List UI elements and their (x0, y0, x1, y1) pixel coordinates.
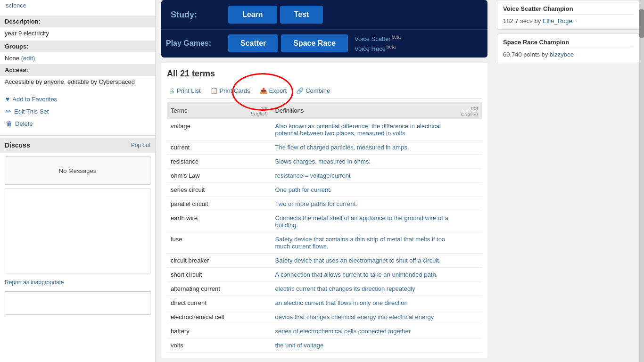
def-not-english (453, 253, 482, 267)
discuss-area[interactable] (5, 189, 150, 273)
table-row: volts the unit of voltage (167, 338, 482, 352)
term-not-english (242, 253, 272, 267)
def-not-english (453, 296, 482, 310)
groups-value: None (edit) (0, 52, 155, 64)
add-to-favorites-button[interactable]: ♥ Add to Favorites (5, 93, 150, 105)
definition-cell: Also known as potential difference, the … (272, 119, 453, 140)
combine-icon: 🔗 (296, 87, 304, 94)
term-cell: short circuit (167, 267, 242, 281)
def-not-english (453, 168, 482, 182)
edit-this-set-button[interactable]: ✏ Edit This Set (5, 105, 150, 117)
voice-scatter-score: 182.7 secs by Ellie_Roger (503, 17, 633, 25)
definition-cell: Two or more paths for current. (272, 197, 453, 211)
science-breadcrumb[interactable]: science (6, 2, 26, 9)
discuss-title: Discuss (5, 141, 30, 149)
term-not-english (242, 324, 272, 338)
table-row: electrochemical cell device that changes… (167, 310, 482, 324)
definition-cell: the unit of voltage (272, 338, 453, 352)
space-race-score: 60,740 points by bizzybee (503, 51, 633, 58)
term-cell: alternating current (167, 281, 242, 296)
scatter-button[interactable]: Scatter (228, 34, 278, 52)
heart-icon: ♥ (6, 95, 9, 103)
study-panel: Study: Learn Test Play Games: Scatter Sp… (161, 0, 487, 58)
no-messages: No Messages (5, 156, 150, 185)
access-value: Accessible by anyone, editable by Cybers… (0, 76, 155, 89)
col-terms: Terms (167, 102, 242, 119)
print-cards-icon: 📋 (210, 87, 218, 94)
def-not-english (453, 281, 482, 296)
def-not-english (453, 182, 482, 197)
description-label: Description: (0, 16, 155, 27)
terms-table: Terms not English Definitions not Englis… (167, 102, 482, 353)
definition-cell: device that changes chemical energy into… (272, 310, 453, 324)
term-cell: current (167, 140, 242, 154)
def-not-english (453, 197, 482, 211)
report-inappropriate-link[interactable]: Report as inappropriate (0, 275, 155, 289)
table-row: alternating current electric current tha… (167, 281, 482, 296)
comment-box[interactable] (5, 291, 150, 315)
trash-icon: 🗑 (6, 120, 12, 127)
print-list-icon: 🖨 (169, 87, 175, 94)
term-not-english (242, 211, 272, 232)
table-row: circuit breaker Safety device that uses … (167, 253, 482, 267)
term-not-english (242, 197, 272, 211)
print-cards-button[interactable]: 📋 Print Cards (208, 86, 252, 95)
table-row: earth wire Connects the metal shell of a… (167, 211, 482, 232)
term-cell: fuse (167, 232, 242, 253)
export-button[interactable]: 📤 Export (258, 86, 289, 95)
voice-scatter-user-link[interactable]: Ellie_Roger (543, 17, 574, 25)
terms-header: All 21 terms (167, 69, 482, 79)
term-cell: battery (167, 324, 242, 338)
scrollbar[interactable] (639, 0, 644, 362)
term-not-english (242, 310, 272, 324)
voice-scatter-champion-title: Voice Scatter Champion (503, 5, 633, 15)
def-not-english (453, 154, 482, 168)
definition-cell: The flow of charged particles, measured … (272, 140, 453, 154)
definition-cell: One path for current. (272, 182, 453, 197)
export-icon: 📤 (260, 87, 267, 94)
voice-scatter-link[interactable]: Voice Scatter (355, 35, 391, 42)
voice-scatter-beta: beta (392, 34, 401, 40)
table-row: voltage Also known as potential differen… (167, 119, 482, 140)
voice-race-beta: beta (387, 44, 396, 49)
voice-race-link[interactable]: Voice Race (355, 46, 386, 53)
table-row: short circuit A connection that allows c… (167, 267, 482, 281)
term-not-english (242, 296, 272, 310)
definition-cell: series of electrochemical cells connecte… (272, 324, 453, 338)
access-label: Access: (0, 64, 155, 76)
term-not-english (242, 338, 272, 352)
term-cell: direct current (167, 296, 242, 310)
def-not-english (453, 338, 482, 352)
definition-cell: electric current that changes its direct… (272, 281, 453, 296)
space-race-button[interactable]: Space Race (281, 34, 348, 52)
def-not-english (453, 140, 482, 154)
play-games-label: Play Games: (161, 30, 223, 58)
terms-toolbar: 🖨 Print List 📋 Print Cards 📤 Export 🔗 Co… (167, 83, 482, 99)
learn-button[interactable]: Learn (228, 6, 277, 24)
print-list-button[interactable]: 🖨 Print List (167, 86, 203, 95)
combine-button[interactable]: 🔗 Combine (294, 86, 332, 95)
term-not-english (242, 281, 272, 296)
definition-cell: Safety device that contains a thin strip… (272, 232, 453, 253)
col-not-english-1: not English (242, 102, 272, 119)
groups-edit-link[interactable]: (edit) (21, 55, 35, 62)
delete-button[interactable]: 🗑 Delete (5, 117, 150, 130)
test-button[interactable]: Test (280, 6, 323, 24)
groups-label: Groups: (0, 41, 155, 52)
table-row: resistance Slows charges, measured in oh… (167, 154, 482, 168)
scrollbar-thumb[interactable] (639, 9, 644, 38)
term-not-english (242, 168, 272, 182)
term-not-english (242, 154, 272, 168)
definition-cell: an electric current that flows in only o… (272, 296, 453, 310)
study-label: Study: (161, 0, 223, 29)
term-cell: parallel circuit (167, 197, 242, 211)
pop-out-link[interactable]: Pop out (131, 142, 150, 148)
def-not-english (453, 310, 482, 324)
right-panel: Voice Scatter Champion 182.7 secs by Ell… (493, 0, 639, 362)
voice-options: Voice Scatterbeta Voice Racebeta (351, 34, 405, 53)
term-cell: volts (167, 338, 242, 352)
term-cell: voltage (167, 119, 242, 140)
space-race-user-link[interactable]: bizzybee (550, 51, 574, 58)
voice-scatter-champion-box: Voice Scatter Champion 182.7 secs by Ell… (497, 0, 639, 30)
term-not-english (242, 140, 272, 154)
